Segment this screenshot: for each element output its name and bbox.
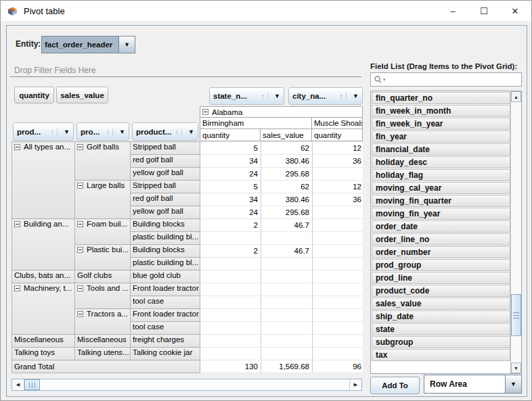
collapse-icon[interactable] (14, 144, 20, 150)
pivot-subgroup-cell[interactable]: Tractors a... (75, 309, 131, 335)
filter-dropdown-icon[interactable]: ▼ (181, 128, 194, 135)
pivot-product-cell[interactable]: red golf ball (131, 193, 200, 206)
field-list-item[interactable]: fin_week_in_year (372, 118, 510, 130)
pivot-product-cell[interactable]: plastic building bl... (131, 258, 200, 270)
pivot-subgroup-cell[interactable]: Miscellaneous (75, 335, 131, 348)
pivot-product-cell[interactable]: Building blocks (131, 219, 200, 232)
column-field-button-state[interactable]: state_n... ↑ ▼ (209, 87, 284, 105)
sort-ascending-icon[interactable]: ↑ (175, 128, 179, 136)
pivot-product-cell[interactable]: plastic building bl... (131, 232, 200, 245)
scroll-left-button[interactable]: ◀ (12, 379, 24, 390)
pivot-product-cell[interactable]: blue gold club (131, 270, 200, 283)
state-group-header[interactable]: Alabama (200, 106, 363, 118)
measure-header-quantity[interactable]: quantity (200, 128, 261, 141)
collapse-icon[interactable] (77, 285, 83, 291)
filter-dropdown-icon[interactable]: ▼ (267, 93, 280, 99)
field-list-item[interactable]: fin_year (372, 131, 510, 143)
field-list-item[interactable]: financial_date (372, 143, 510, 156)
field-list-item[interactable]: order_number (372, 246, 510, 258)
pivot-group-cell[interactable]: All types an... (12, 142, 75, 219)
measure-header-sales-value[interactable]: sales_value (260, 128, 312, 141)
pivot-group-cell[interactable]: Clubs, bats an... (12, 270, 75, 283)
add-to-button[interactable]: Add To (370, 377, 420, 394)
field-list-item[interactable]: holiday_flag (372, 169, 510, 181)
pivot-product-cell[interactable]: red golf ball (131, 155, 200, 168)
pivot-product-cell[interactable]: yellow golf ball (131, 168, 200, 181)
field-list-item[interactable]: holiday_desc (372, 156, 510, 168)
minimize-button[interactable]: – (437, 1, 468, 21)
city-header-muscle-shoals[interactable]: Muscle Shoals (311, 117, 363, 129)
pivot-subgroup-cell[interactable]: Plastic bui... (75, 245, 131, 270)
pivot-subgroup-cell[interactable]: Golf clubs (75, 270, 131, 283)
entity-combobox[interactable]: fact_order_header ▼ (41, 36, 135, 53)
field-list-item[interactable]: fin_quarter_no (372, 92, 510, 104)
scroll-up-button[interactable]: ▲ (511, 91, 521, 102)
data-field-button-quantity[interactable]: quantity (14, 87, 54, 103)
collapse-icon[interactable] (77, 183, 83, 189)
collapse-icon[interactable] (202, 109, 208, 115)
horizontal-scrollbar[interactable]: ◀ ▶ (12, 379, 362, 391)
area-dropdown-button[interactable]: ▼ (505, 375, 521, 393)
pivot-subgroup-cell[interactable]: Talking utens... (75, 348, 131, 360)
collapse-icon[interactable] (77, 144, 83, 150)
pivot-product-cell[interactable]: Front loader tractor (131, 309, 200, 322)
pivot-product-cell[interactable]: Stripped ball (131, 142, 200, 155)
field-list-item[interactable]: moving_cal_year (372, 182, 510, 194)
pivot-product-cell[interactable]: Front loader tractor (131, 283, 200, 296)
field-list-item[interactable]: order_date (372, 220, 510, 233)
collapse-icon[interactable] (77, 221, 83, 227)
field-list-item[interactable]: tax (372, 349, 510, 361)
field-list-item[interactable]: product_code (372, 285, 510, 297)
field-list-item[interactable]: sales_value (372, 298, 510, 310)
field-list-item[interactable]: order_line_no (372, 233, 510, 245)
scroll-down-button[interactable]: ▼ (511, 362, 521, 373)
field-list-item[interactable]: ship_date (372, 310, 510, 323)
collapse-icon[interactable] (77, 247, 83, 253)
row-field-button-prod-group[interactable]: prod... ↑ ▼ (13, 122, 74, 141)
pivot-product-cell[interactable]: yellow golf ball (131, 206, 200, 219)
pivot-group-cell[interactable]: Machinery, t... (12, 283, 75, 335)
filter-dropdown-icon[interactable]: ▼ (57, 128, 70, 135)
measure-header-quantity-2[interactable]: quantity (311, 128, 363, 141)
sort-ascending-icon[interactable]: ↑ (106, 128, 110, 136)
city-header-birmingham[interactable]: Birmingham (200, 117, 312, 129)
pivot-subgroup-cell[interactable]: Foam buil... (75, 219, 131, 245)
pivot-product-cell[interactable]: Stripped ball (131, 181, 200, 193)
filter-dropdown-icon[interactable]: ▼ (112, 128, 125, 135)
field-list-item[interactable]: moving_fin_year (372, 208, 510, 220)
collapse-icon[interactable] (77, 311, 83, 317)
pivot-group-cell[interactable]: Building an... (12, 219, 75, 270)
pivot-group-cell[interactable]: Talking toys (12, 348, 75, 360)
row-field-button-prod-line[interactable]: pro... ↑ ▼ (76, 122, 129, 141)
pivot-group-cell[interactable]: Miscellaneous (12, 335, 75, 348)
scroll-right-button[interactable]: ▶ (349, 379, 361, 390)
pivot-product-cell[interactable]: Building blocks (131, 245, 200, 258)
data-field-button-sales-value[interactable]: sales_value (56, 87, 108, 103)
maximize-button[interactable]: ☐ (468, 1, 500, 21)
field-list-item[interactable]: prod_group (372, 259, 510, 271)
collapse-icon[interactable] (14, 285, 20, 291)
sort-ascending-icon[interactable]: ↑ (340, 92, 344, 100)
close-button[interactable]: ✕ (500, 1, 531, 21)
field-list-item[interactable]: prod_line (372, 272, 510, 284)
pivot-product-cell[interactable]: tool case (131, 296, 200, 309)
vertical-scroll-thumb[interactable] (511, 294, 521, 336)
sort-ascending-icon[interactable]: ↑ (261, 92, 265, 100)
field-list-item[interactable]: moving_fin_quarter (372, 195, 510, 207)
field-list-item[interactable]: state (372, 323, 510, 335)
field-list-item[interactable]: fin_week_in_month (372, 105, 510, 117)
horizontal-scroll-thumb[interactable] (24, 379, 40, 390)
row-field-button-product-code[interactable]: product... ↑ ▼ (132, 122, 198, 141)
pivot-subgroup-cell[interactable]: Large balls (75, 181, 131, 219)
collapse-icon[interactable] (14, 221, 20, 227)
area-combobox[interactable]: Row Area ▼ (424, 375, 522, 394)
entity-dropdown-button[interactable]: ▼ (118, 37, 135, 53)
column-field-button-city[interactable]: city_na... ↑ ▼ (288, 87, 363, 105)
pivot-subgroup-cell[interactable]: Tools and ... (75, 283, 131, 309)
field-search-input[interactable] (386, 73, 521, 86)
field-list-item[interactable]: subgroup (372, 336, 510, 348)
pivot-product-cell[interactable]: tool case (131, 322, 200, 335)
field-list-scrollbar[interactable]: ▲ ▼ (510, 91, 521, 373)
filter-dropdown-icon[interactable]: ▼ (346, 93, 359, 99)
sort-ascending-icon[interactable]: ↑ (51, 128, 55, 136)
